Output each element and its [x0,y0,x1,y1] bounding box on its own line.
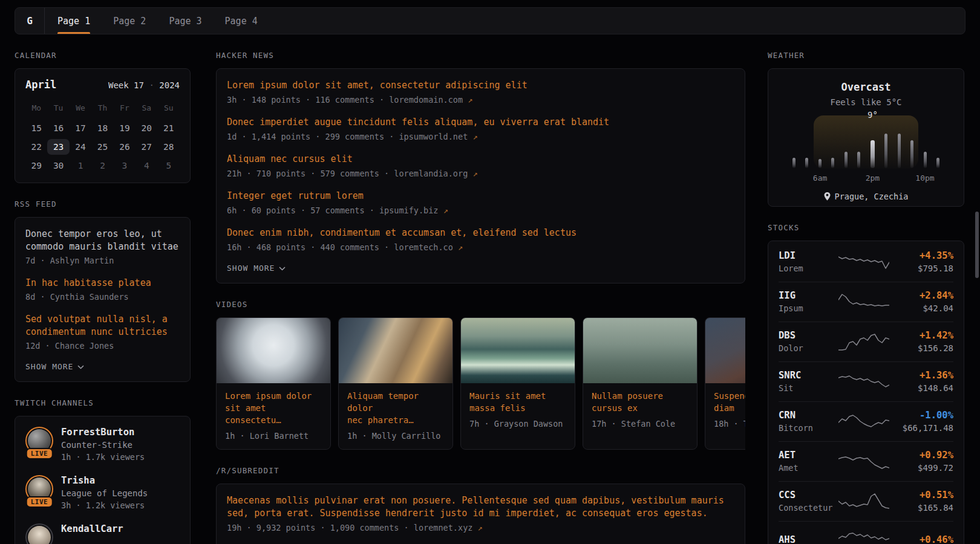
rss-item-meta: 7d · Ashlyn Martin [25,256,180,265]
twitch-channel-category: Counter-Strike [61,440,145,450]
stock-info: DBSDolor [779,330,837,353]
calendar-day: 19 [114,120,136,136]
reddit-post-meta: 19h · 9,932 points · 1,090 comments · lo… [227,523,734,533]
stock-row[interactable]: CCSConsectetur+0.51%$165.84 [779,481,953,521]
video-card[interactable]: Suspendisse diam18h · Tara [705,317,745,450]
hackernews-item-meta: 1d · 1,414 points · 299 comments · ipsum… [227,132,734,141]
external-link-icon[interactable]: ↗ [472,169,477,178]
rss-item-title[interactable]: Sed volutpat nulla nisl, a condimentum n… [25,313,180,338]
live-badge: LIVE [26,448,53,459]
weather-widget: Overcast Feels like 5°C 9° 6am2pm10pm Pr… [768,68,964,207]
external-link-icon[interactable]: ↗ [458,242,463,252]
page-scrollbar-thumb[interactable] [975,212,979,278]
twitch-channel-row[interactable]: KendallCarr [25,523,180,544]
stock-price: $156.28 [890,343,953,353]
stock-name: Ipsum [779,303,837,313]
twitch-channel-row[interactable]: LIVEForrestBurtonCounter-Strike1h · 1.7k… [25,427,180,462]
rss-section: RSS FEED Donec tempor eros leo, ut commo… [15,199,191,382]
hackernews-show-more-button[interactable]: SHOW MORE [227,264,286,273]
stock-sparkline [837,451,890,471]
video-title: Mauris sit amet massa felis [461,383,575,414]
stock-row[interactable]: CRNBitcorn-1.00%$66,171.48 [779,401,953,441]
rss-item-meta: 12d · Chance Jones [25,341,180,351]
stock-change: +0.46% [890,534,953,544]
rss-list: Donec tempor eros leo, ut commodo mauris… [25,228,180,351]
stock-values: +4.35%$795.18 [890,250,953,273]
stock-name: Dolor [779,343,837,353]
stock-change: +2.84% [890,290,953,301]
weather-bar [844,152,848,168]
weekday-label: Su [158,102,180,117]
reddit-post-title[interactable]: Maecenas mollis pulvinar erat non posuer… [227,494,734,520]
hackernews-item-title[interactable]: Lorem ipsum dolor sit amet, consectetur … [227,79,734,92]
stock-values: +2.84%$42.04 [890,290,953,313]
hackernews-item: Lorem ipsum dolor sit amet, consectetur … [227,79,734,105]
stock-sparkline [837,411,890,432]
twitch-channel-name[interactable]: KendallCarr [61,523,123,534]
right-column: WEATHER Overcast Feels like 5°C 9° 6am2p… [768,51,964,544]
rss-show-more-button[interactable]: SHOW MORE [25,362,84,371]
video-card[interactable]: Lorem ipsum dolor sit amet consectetu…1h… [216,317,331,450]
external-link-icon[interactable]: ↗ [443,206,448,215]
twitch-channel-name[interactable]: Trisha [61,475,148,486]
weather-bar [924,152,927,168]
stock-ticker: AHS [779,534,837,544]
rss-item: In hac habitasse platea8d · Cynthia Saun… [25,277,180,302]
external-link-icon[interactable]: ↗ [468,95,472,105]
videos-section-title: VIDEOS [216,300,745,309]
stock-sparkline [837,529,890,544]
weather-bar [884,134,887,168]
calendar-day: 18 [91,120,113,136]
calendar-day: 21 [158,120,180,136]
video-meta: 18h · Tara [705,414,745,437]
stock-row[interactable]: AETAmet+0.92%$499.72 [779,441,953,481]
stock-row[interactable]: SNRCSit+1.36%$148.64 [779,361,953,401]
avatar-image [28,526,51,544]
stock-values: +0.51%$165.84 [890,490,953,513]
weather-bar [898,134,901,168]
hackernews-item-title[interactable]: Integer eget rutrum lorem [227,190,734,202]
hackernews-item-title[interactable]: Donec imperdiet augue tincidunt felis al… [227,116,734,129]
rss-item: Sed volutpat nulla nisl, a condimentum n… [25,313,180,351]
tab-page-4[interactable]: Page 4 [214,8,269,34]
twitch-channel-row[interactable]: LIVETrishaLeague of Legends3h · 1.2k vie… [25,475,180,510]
weather-bar [857,152,860,168]
stock-sparkline [837,331,890,352]
twitch-channel-meta: 3h · 1.2k viewers [61,500,148,510]
rss-item-title[interactable]: In hac habitasse platea [25,277,180,290]
weather-condition: Overcast [779,81,953,93]
external-link-icon[interactable]: ↗ [472,132,477,141]
app-logo[interactable]: G [15,8,44,34]
stock-price: $795.18 [890,264,953,273]
stock-row[interactable]: LDILorem+4.35%$795.18 [779,242,953,282]
weather-bar [792,158,795,168]
tab-page-2[interactable]: Page 2 [102,8,157,34]
tab-page-3[interactable]: Page 3 [157,8,213,34]
stock-name: Lorem [779,264,837,273]
twitch-widget: LIVEForrestBurtonCounter-Strike1h · 1.7k… [15,416,191,544]
hackernews-item-title[interactable]: Donec enim nibh, condimentum et accumsan… [227,227,734,239]
stock-row[interactable]: DBSDolor+1.42%$156.28 [779,322,953,361]
video-card[interactable]: Nullam posuere cursus ex17h · Stefan Col… [583,317,697,450]
avatar: LIVE [25,475,53,503]
hackernews-widget: Lorem ipsum dolor sit amet, consectetur … [216,68,745,283]
weekday-label: Th [91,102,113,117]
top-navbar: G Page 1Page 2Page 3Page 4 [15,7,965,34]
chevron-down-icon [279,267,286,271]
rss-item-title[interactable]: Donec tempor eros leo, ut commodo mauris… [25,228,180,253]
tab-page-1[interactable]: Page 1 [46,8,102,34]
external-link-icon[interactable]: ↗ [478,523,483,533]
video-card[interactable]: Mauris sit amet massa felis7h · Grayson … [460,317,575,450]
stock-row[interactable]: AHS+0.46% [779,521,953,544]
weekday-label: Fr [114,102,136,117]
video-thumbnail [705,318,745,383]
twitch-channel-name[interactable]: ForrestBurton [61,427,145,438]
stock-info: CRNBitcorn [779,410,837,433]
weather-section: WEATHER Overcast Feels like 5°C 9° 6am2p… [768,51,964,207]
hackernews-item-title[interactable]: Aliquam nec cursus elit [227,153,734,166]
video-card[interactable]: Aliquam tempor dolor nec pharetra…1h · M… [338,317,453,450]
stock-ticker: DBS [779,330,837,341]
videos-section: VIDEOS Lorem ipsum dolor sit amet consec… [216,300,745,450]
subreddit-section-title: /R/SUBREDDIT [216,466,745,475]
stock-row[interactable]: IIGIpsum+2.84%$42.04 [779,282,953,322]
